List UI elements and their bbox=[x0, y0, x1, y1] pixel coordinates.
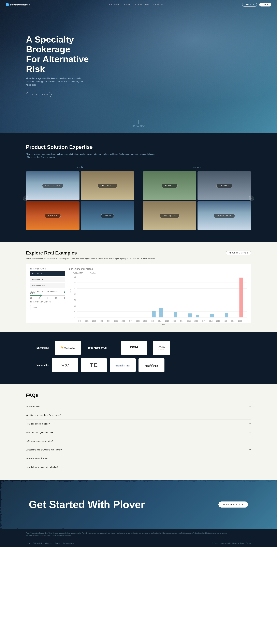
nav-verticals[interactable]: Verticals bbox=[109, 3, 119, 6]
footer-link-home[interactable]: Home bbox=[26, 542, 30, 544]
widget-left-panel: Select Location Rio Dell, CA Ferndale, C… bbox=[30, 268, 65, 319]
nav-risk-analysis[interactable]: Risk Analysis bbox=[135, 3, 149, 6]
product-section: Product Solution Expertise Plover's brok… bbox=[0, 132, 277, 242]
pgv-label: Select Peak Ground Velocity (PGV) bbox=[30, 291, 63, 294]
footer-nav: Home Risk Analysis About Us Contact Cust… bbox=[0, 539, 277, 547]
cta-content: Get Started With Plover bbox=[29, 499, 145, 510]
svg-text:5: 5 bbox=[74, 310, 75, 313]
peril-earthquake[interactable]: Earthquake bbox=[81, 171, 134, 200]
svg-text:2018: 2018 bbox=[209, 320, 213, 322]
svg-text:2004: 2004 bbox=[107, 320, 111, 322]
ycombinator-logo: Y Combinator bbox=[55, 341, 81, 355]
faq-plus-icon-5: + bbox=[249, 448, 251, 451]
footer-link-about[interactable]: About Us bbox=[45, 542, 52, 544]
wsia-logo: WSIA ★ bbox=[121, 341, 147, 355]
footer-copyright: © Plover Parametrics 2024 • Licenses • T… bbox=[212, 542, 251, 544]
hero-cta-button[interactable]: Schedule A Call! bbox=[26, 92, 52, 97]
location-anchorage[interactable]: Anchorage, AK bbox=[30, 283, 65, 288]
hero-section: A Specialty Brokerage For Alternative Ri… bbox=[0, 0, 277, 132]
vertical-weather[interactable]: Weather bbox=[143, 171, 196, 200]
svg-rect-31 bbox=[225, 313, 228, 317]
disclaimer-text: Plover Underwriting Services, Inc. (Plov… bbox=[26, 532, 228, 536]
member-label: Proud Member Of: bbox=[87, 346, 115, 349]
faq-section: FAQs What is Plover? + What types of ris… bbox=[0, 384, 277, 480]
vertical-storm[interactable]: Named Storm bbox=[197, 201, 251, 230]
vertical-earthquake[interactable]: Earthquake bbox=[143, 201, 196, 230]
faq-item-6[interactable]: Where is Plover licensed? + bbox=[26, 454, 251, 463]
svg-text:Year: Year bbox=[162, 323, 165, 326]
svg-text:20: 20 bbox=[74, 293, 76, 295]
login-button[interactable]: Log In bbox=[259, 3, 271, 6]
svg-text:2015: 2015 bbox=[187, 320, 191, 322]
scroll-indicator: Scroll Down bbox=[132, 120, 145, 127]
peril-wildfire[interactable]: Wildfire bbox=[26, 201, 80, 230]
faq-item-2[interactable]: How do I request a quote? + bbox=[26, 420, 251, 428]
pgv-slider-container: Select Peak Ground Velocity (PGV) ℹ 20 2… bbox=[30, 291, 65, 299]
nav-about-us[interactable]: About Us bbox=[153, 3, 163, 6]
svg-text:2014: 2014 bbox=[180, 320, 183, 322]
footer-disclaimer: Plover Underwriting Services, Inc. (Plov… bbox=[0, 529, 277, 539]
footer-link-contact[interactable]: Contact bbox=[55, 542, 60, 544]
chart-legend: Past Event PGV Threshold bbox=[69, 272, 247, 274]
svg-text:2001: 2001 bbox=[85, 320, 89, 322]
request-analysis-button[interactable]: Request Analysis bbox=[226, 251, 251, 255]
pgv-slider[interactable] bbox=[30, 295, 65, 296]
navigation: Plover Parametrics Verticals Perils Risk… bbox=[0, 0, 277, 9]
verticals-label: Verticals bbox=[143, 166, 251, 168]
footer-link-risk[interactable]: Risk Analysis bbox=[33, 542, 43, 544]
faq-item-4[interactable]: Is Plover a comparative rater? + bbox=[26, 437, 251, 446]
widget-chart: Historical Backtesting Past Event PGV Th… bbox=[69, 268, 247, 319]
faq-item-3[interactable]: How soon will I get a response? + bbox=[26, 428, 251, 437]
challenge-logo: 2023 RISE CHALLENGE ★ WINNER bbox=[153, 341, 170, 355]
svg-text:2006: 2006 bbox=[121, 320, 125, 322]
footer-link-customer[interactable]: Customer Login bbox=[63, 542, 74, 544]
faq-title: FAQs bbox=[26, 392, 251, 398]
legend-red-line bbox=[86, 273, 89, 273]
vertical-tornado[interactable]: Tornado bbox=[197, 171, 251, 200]
reinsurance-news-logo: ✦ Reinsurance News bbox=[110, 358, 136, 372]
explore-desc: Plover uses software to make backtesting… bbox=[26, 257, 156, 260]
carousel-next-button[interactable]: › bbox=[249, 196, 254, 201]
hero-content: A Specialty Brokerage For Alternative Ri… bbox=[0, 0, 101, 97]
historical-chart: 35 30 25 20 15 10 5 0 bbox=[69, 275, 247, 326]
svg-text:2000: 2000 bbox=[78, 320, 81, 322]
carousel-prev-button[interactable]: ‹ bbox=[23, 196, 28, 201]
peril-named-storm[interactable]: Named Storm bbox=[26, 171, 80, 200]
hero-subtitle: Plover helps agents and brokers win new … bbox=[26, 77, 87, 86]
info-icon: ℹ bbox=[64, 291, 65, 294]
faq-item-5[interactable]: What is the cost of working with Plover?… bbox=[26, 446, 251, 454]
wsia-text: WSIA ★ bbox=[130, 345, 138, 350]
faq-plus-icon-2: + bbox=[249, 422, 251, 426]
legend-blue-line bbox=[69, 273, 72, 273]
challenge-text: 2023 RISE CHALLENGE ★ WINNER bbox=[158, 346, 165, 350]
location-ferndale[interactable]: Ferndale, CA bbox=[30, 277, 65, 282]
faq-plus-icon-0: + bbox=[249, 405, 251, 408]
svg-text:30: 30 bbox=[74, 282, 76, 284]
insurer-text: THE THE INSURER bbox=[145, 364, 158, 367]
location-rio-dell[interactable]: Rio Dell, CA bbox=[30, 271, 65, 276]
techcrunch-logo: TC bbox=[81, 358, 107, 372]
product-grid: ‹ Perils Named Storm Earthquake Wildfire… bbox=[26, 166, 251, 230]
policy-limit-input[interactable] bbox=[30, 305, 65, 310]
perils-label: Perils bbox=[26, 166, 134, 168]
slider-fill bbox=[30, 295, 41, 296]
faq-plus-icon-6: + bbox=[249, 457, 251, 460]
faq-item-7[interactable]: How do I get in touch with a broker? + bbox=[26, 463, 251, 471]
contact-button[interactable]: Contact bbox=[242, 2, 257, 7]
svg-text:35: 35 bbox=[74, 276, 76, 278]
nav-perils[interactable]: Perils bbox=[124, 3, 131, 6]
faq-item-0[interactable]: What is Plover? + bbox=[26, 402, 251, 411]
svg-text:PGV (cm/s): PGV (cm/s) bbox=[69, 289, 71, 298]
slider-marks: 20 25 30 35 40 bbox=[30, 297, 65, 299]
nav-actions: Contact Log In bbox=[242, 2, 271, 7]
faq-item-1[interactable]: What types of risks does Plover place? + bbox=[26, 411, 251, 420]
cta-schedule-button[interactable]: Schedule A Call bbox=[218, 502, 248, 508]
explore-title: Explore Real Examples bbox=[26, 250, 77, 256]
nav-links: Verticals Perils Risk Analysis About Us bbox=[109, 3, 163, 6]
peril-flood[interactable]: Flood bbox=[81, 201, 134, 230]
backed-by-row: Backed By: Y Combinator Proud Member Of:… bbox=[26, 341, 251, 355]
legend-event: Past Event PGV bbox=[69, 272, 83, 274]
logo: Plover Parametrics bbox=[6, 3, 30, 6]
backed-label: Backed By: bbox=[26, 346, 49, 349]
svg-text:2020: 2020 bbox=[224, 320, 227, 322]
